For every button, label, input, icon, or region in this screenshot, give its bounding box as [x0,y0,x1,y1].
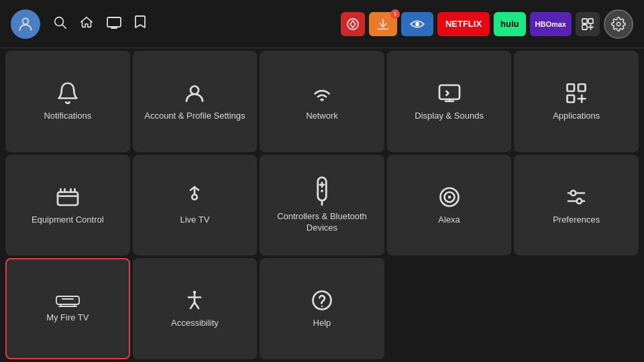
app-shortcuts: ! NETFLIX hulu HBOmax [341,9,633,39]
grid-item-applications[interactable]: Applications [514,51,639,152]
top-navigation: ! NETFLIX hulu HBOmax [0,0,644,48]
preferences-label: Preferences [553,215,600,226]
grid-item-myfiretv[interactable]: My Fire TV [5,258,130,359]
svg-point-0 [23,18,29,24]
home-icon[interactable] [79,15,94,33]
svg-point-45 [571,190,576,196]
settings-grid: Notifications Account & Profile Settings… [0,48,644,362]
hbomax-app[interactable]: HBOmax [530,12,572,36]
alexa-label: Alexa [438,215,460,226]
downloader-badge: ! [390,9,400,19]
controllers-icon [312,176,332,206]
svg-rect-3 [107,17,121,27]
network-label: Network [306,111,338,122]
grid-item-display[interactable]: Display & Sounds [387,51,512,152]
downloader-app[interactable]: ! [369,12,397,36]
svg-point-14 [616,22,621,26]
search-icon[interactable] [52,15,67,33]
grid-icon[interactable] [576,12,600,36]
help-icon [310,288,334,312]
svg-rect-35 [318,178,327,201]
account-label: Account & Profile Settings [144,111,245,122]
applications-label: Applications [553,111,600,122]
svg-point-8 [415,22,419,26]
firetv-app[interactable] [401,12,433,36]
livetv-icon [182,185,207,209]
preferences-icon [564,185,588,209]
account-icon [182,81,207,105]
notifications-label: Notifications [44,111,91,122]
accessibility-label: Accessibility [171,318,219,329]
svg-rect-11 [582,25,587,29]
svg-rect-25 [58,192,78,205]
svg-rect-21 [578,84,586,91]
grid-item-accessibility[interactable]: Accessibility [133,258,258,359]
svg-point-42 [447,195,451,198]
svg-point-32 [193,194,198,200]
svg-point-52 [193,291,197,294]
grid-item-alexa[interactable]: Alexa [387,155,512,256]
svg-line-2 [62,25,66,28]
svg-rect-9 [582,19,587,23]
livetv-label: Live TV [180,215,209,226]
svg-rect-22 [568,95,575,103]
myfiretv-icon [56,294,80,307]
grid-item-equipment[interactable]: Equipment Control [5,155,130,256]
grid-item-preferences[interactable]: Preferences [514,155,639,256]
myfiretv-label: My Fire TV [46,312,89,324]
applications-icon [564,81,588,105]
hulu-app[interactable]: hulu [494,12,525,36]
netflix-app[interactable]: NETFLIX [437,12,490,36]
tv-icon[interactable] [106,15,122,33]
display-label: Display & Sounds [415,111,484,122]
bookmark-icon[interactable] [134,15,146,33]
svg-rect-20 [568,84,575,91]
svg-point-16 [321,101,323,102]
accessibility-icon [182,288,207,312]
grid-item-network[interactable]: Network [260,51,384,152]
display-icon [437,81,462,105]
svg-point-46 [577,198,582,204]
equipment-icon [56,185,80,209]
help-label: Help [313,318,331,329]
grid-item-help[interactable]: Help [260,258,384,359]
notifications-icon [56,81,80,105]
controllers-label: Controllers & Bluetooth Devices [266,211,378,234]
grid-item-livetv[interactable]: Live TV [133,155,258,256]
svg-point-15 [191,86,199,94]
expressvpn-app[interactable] [341,12,365,36]
grid-item-controllers[interactable]: Controllers & Bluetooth Devices [260,155,384,256]
alexa-icon [437,185,462,209]
grid-item-account[interactable]: Account & Profile Settings [133,51,258,152]
settings-icon[interactable] [604,9,633,39]
svg-line-56 [195,302,199,308]
user-avatar[interactable] [11,9,40,39]
equipment-label: Equipment Control [32,215,104,226]
svg-point-38 [321,190,323,192]
svg-rect-10 [588,19,593,23]
grid-item-notifications[interactable]: Notifications [5,51,130,152]
svg-line-55 [191,302,195,308]
svg-rect-17 [439,85,460,99]
svg-point-58 [321,306,323,307]
svg-rect-47 [56,296,79,304]
nav-left [11,9,334,39]
network-icon [310,81,334,105]
